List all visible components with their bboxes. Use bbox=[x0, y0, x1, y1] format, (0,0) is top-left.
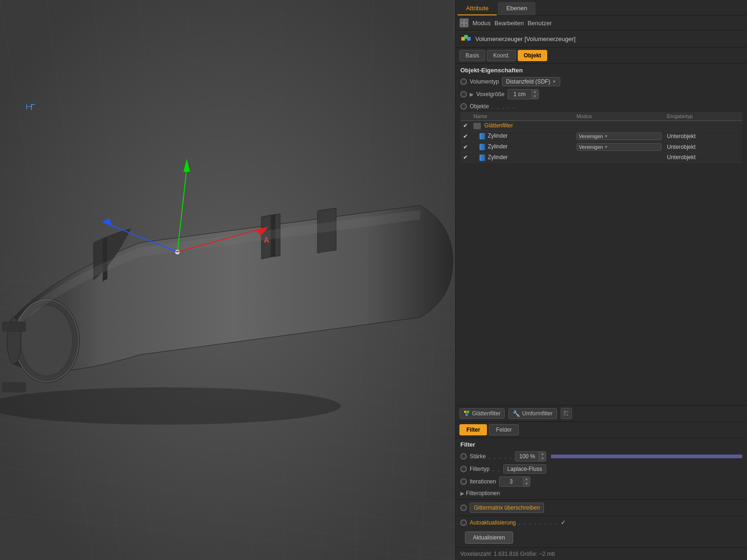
autoaktualisierung-label: Autoaktualisierung bbox=[470, 519, 516, 526]
volumentyp-label: Volumentyp bbox=[470, 78, 499, 85]
table-row[interactable]: ✔ Glättenfilter bbox=[460, 121, 742, 131]
svg-rect-34 bbox=[2, 383, 26, 392]
iterationen-radio[interactable] bbox=[460, 478, 467, 485]
col-eingabetyp: Eingabetyp bbox=[664, 112, 742, 121]
grid-icon[interactable] bbox=[459, 18, 469, 28]
filtertyp-label: Filtertyp bbox=[470, 466, 490, 472]
iter-stepper-up[interactable]: ▲ bbox=[523, 477, 530, 482]
row-check[interactable]: ✔ bbox=[463, 144, 468, 150]
cyl-icon bbox=[479, 154, 485, 161]
svg-rect-48 bbox=[465, 23, 467, 26]
collapse-arrow-icon: ▶ bbox=[460, 490, 464, 497]
toolbar-row: Modus Bearbeiten Benutzer bbox=[456, 16, 747, 30]
filtertyp-dropdown[interactable]: Laplace-Fluss bbox=[503, 464, 547, 474]
filtertyp-dots: . . bbox=[493, 466, 500, 473]
filteroptionen-row[interactable]: ▶ Filteroptionen bbox=[456, 488, 747, 498]
autoaktualisierung-row: Autoaktualisierung . . . . . . . . ✓ bbox=[456, 517, 747, 528]
staerke-stepper-up[interactable]: ▲ bbox=[539, 452, 546, 456]
tab-attribute[interactable]: Attribute bbox=[458, 2, 497, 15]
voxelgroesse-stepper[interactable]: 1 cm ▲ ▼ bbox=[507, 89, 539, 99]
autoaktualisierung-radio[interactable] bbox=[460, 519, 467, 526]
table-row[interactable]: ✔ Zylinder Vereinigen▼ Unterobjekt bbox=[460, 131, 742, 141]
viewport-3d[interactable]: A ┌ ⊢ bbox=[0, 0, 455, 560]
row-name: Zylinder bbox=[488, 133, 508, 139]
row-check[interactable]: ✔ bbox=[463, 133, 468, 140]
iter-stepper-down[interactable]: ▼ bbox=[523, 482, 530, 486]
modus-btn[interactable]: Modus bbox=[472, 20, 491, 27]
sub-tab-basis[interactable]: Basis bbox=[459, 50, 485, 61]
objekte-radio[interactable] bbox=[460, 103, 467, 110]
staerke-dots: . . . . . bbox=[489, 453, 513, 460]
gittermatrix-label[interactable]: Gittermatrix überschreiben bbox=[470, 503, 544, 513]
svg-rect-54 bbox=[465, 413, 468, 416]
gittermatrix-radio[interactable] bbox=[460, 504, 467, 511]
glaetten-btn[interactable]: Glättenfilter bbox=[459, 408, 505, 419]
cyl-icon bbox=[479, 144, 485, 150]
vereinigen-dropdown[interactable]: Vereinigen▼ bbox=[577, 133, 662, 140]
staerke-radio[interactable] bbox=[460, 453, 467, 460]
svg-text:A: A bbox=[264, 236, 269, 244]
table-row[interactable]: ✔ Zylinder Unterobjekt bbox=[460, 152, 742, 162]
staerke-progress-fill bbox=[551, 455, 742, 458]
row-name: Zylinder bbox=[488, 143, 508, 150]
volumentyp-dropdown[interactable]: Distanzfeld (SDF) ▼ bbox=[502, 77, 561, 86]
status-bar: Voxelanzahl: 1.631.816 Größe: ~2 mb bbox=[456, 547, 747, 560]
voxelgroesse-expand[interactable]: ▶ bbox=[470, 91, 473, 98]
stepper-up[interactable]: ▲ bbox=[532, 90, 538, 94]
bearbeiten-btn[interactable]: Bearbeiten bbox=[494, 20, 524, 27]
table-row[interactable]: ✔ Zylinder Vereinigen▼ Unterobjekt bbox=[460, 141, 742, 152]
staerke-stepper-down[interactable]: ▼ bbox=[539, 456, 546, 461]
object-props-title: Objekt-Eigenschaften bbox=[456, 64, 747, 76]
aktualisieren-button[interactable]: Aktualisieren bbox=[465, 532, 513, 544]
status-text: Voxelanzahl: 1.631.816 Größe: ~2 mb bbox=[460, 551, 555, 557]
volumentyp-radio[interactable] bbox=[460, 78, 467, 85]
eingabetyp-val: Unterobjekt bbox=[667, 154, 696, 161]
staerke-label: Stärke bbox=[470, 453, 486, 460]
wrench-icon: 🔧 bbox=[513, 410, 520, 417]
staerke-progress-bg bbox=[551, 455, 742, 458]
volumentyp-row: Volumentyp Distanzfeld (SDF) ▼ bbox=[456, 76, 747, 88]
autoaktualisierung-dots: . . . . . . . . bbox=[519, 519, 558, 526]
right-panel: Attribute Ebenen Modus Bearbeiten Benutz… bbox=[455, 0, 747, 560]
gittermatrix-row: Gittermatrix überschreiben bbox=[456, 501, 747, 515]
filter-sub-tabs: Filter Felder bbox=[456, 422, 747, 438]
svg-text:+: + bbox=[566, 413, 569, 417]
staerke-row: Stärke . . . . . 100 % ▲ ▼ bbox=[456, 450, 747, 463]
iterationen-label: Iterationen bbox=[470, 478, 496, 485]
row-check[interactable]: ✔ bbox=[463, 122, 468, 129]
sub-tab-objekt[interactable]: Objekt bbox=[518, 50, 547, 61]
stepper-down[interactable]: ▼ bbox=[532, 94, 538, 99]
iterationen-stepper[interactable]: 3 ▲ ▼ bbox=[499, 476, 530, 487]
col-name: Name bbox=[471, 112, 574, 121]
row-check[interactable]: ✔ bbox=[463, 154, 468, 161]
svg-rect-33 bbox=[2, 322, 26, 331]
filtertyp-radio[interactable] bbox=[460, 466, 467, 472]
voxelgroesse-row: ▶ Voxelgröße 1 cm ▲ ▼ bbox=[456, 88, 747, 101]
umform-btn[interactable]: 🔧 Umformfilter bbox=[508, 408, 557, 419]
staerke-stepper[interactable]: 100 % ▲ ▼ bbox=[515, 451, 546, 462]
smooth-icon bbox=[473, 123, 481, 129]
object-title-row: Volumenerzeuger [Volumenerzeuger] bbox=[456, 30, 747, 48]
voxelgroesse-label: Voxelgröße bbox=[476, 91, 505, 98]
sub-tab-bar: Basis Koord. Objekt bbox=[456, 48, 747, 64]
iterationen-row: Iterationen 3 ▲ ▼ bbox=[456, 475, 747, 488]
filter-add-btn[interactable]: + bbox=[561, 408, 572, 419]
svg-rect-47 bbox=[461, 23, 464, 26]
filter-bar: Glättenfilter 🔧 Umformfilter + bbox=[456, 405, 747, 422]
filter-sub-tab-felder[interactable]: Felder bbox=[489, 424, 519, 435]
objekte-row: Objekte . . . . . bbox=[456, 101, 747, 112]
col-modus: Modus bbox=[574, 112, 664, 121]
main-tab-bar: Attribute Ebenen bbox=[456, 0, 747, 16]
voxelgroesse-radio[interactable] bbox=[460, 91, 467, 98]
svg-rect-45 bbox=[461, 20, 464, 22]
vereinigen-dropdown[interactable]: Vereinigen▼ bbox=[577, 143, 662, 151]
benutzer-btn[interactable]: Benutzer bbox=[528, 20, 552, 27]
filter-sub-tab-filter[interactable]: Filter bbox=[459, 424, 487, 435]
sub-tab-koord[interactable]: Koord. bbox=[487, 50, 515, 61]
svg-rect-57 bbox=[564, 413, 566, 416]
volumen-icon bbox=[460, 33, 472, 44]
cyl-icon bbox=[479, 133, 485, 140]
svg-point-27 bbox=[0, 387, 341, 425]
tab-ebenen[interactable]: Ebenen bbox=[498, 2, 536, 15]
objekte-dots: . . . . . bbox=[492, 103, 515, 110]
